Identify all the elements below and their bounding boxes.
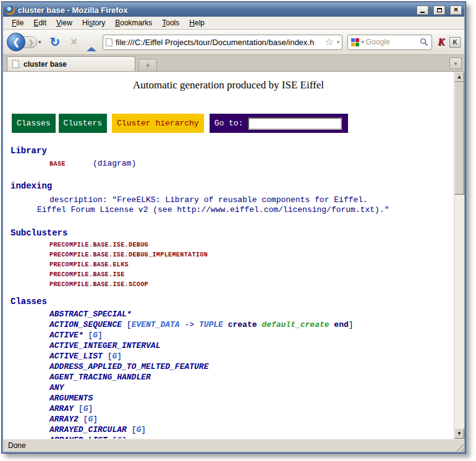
scrollbar-thumb[interactable]	[454, 82, 464, 195]
address-bar[interactable]: file:///C:/Eiffel Projects/tour/Document…	[103, 35, 342, 50]
resize-grip-icon[interactable]	[456, 443, 464, 451]
vertical-scrollbar[interactable]: ▲ ▼	[454, 72, 464, 439]
forward-icon: ❯	[28, 38, 33, 46]
navigation-toolbar: ❮ ❯ ▾ ↻ ✕ file:///C:/Eiffel Projects/tou…	[3, 30, 464, 55]
search-magnifier-icon[interactable]	[420, 38, 428, 46]
class-entry: ACTIVE_LIST [G]	[49, 351, 454, 362]
title-bar: cluster base - Mozilla Firefox ✕	[3, 3, 464, 17]
menu-item-edit[interactable]: Edit	[28, 17, 51, 29]
code-text: default_create	[261, 320, 329, 329]
class-entry: ACTIVE_INTEGER_INTERVAL	[49, 340, 454, 351]
library-entry: BASE (diagram)	[49, 159, 454, 168]
google-icon	[351, 38, 359, 46]
menu-item-bookmarks[interactable]: Bookmarks	[110, 17, 157, 29]
refresh-button[interactable]: ↻	[50, 36, 61, 48]
firefox-icon	[6, 6, 15, 15]
minimize-button[interactable]	[417, 6, 428, 15]
k-toolbar-button[interactable]: K	[449, 37, 461, 48]
classes-heading: Classes	[11, 297, 454, 307]
cluster-hierarchy-button[interactable]: Cluster hierarchy	[112, 114, 204, 133]
url-text[interactable]: file:///C:/Eiffel Projects/tour/Document…	[116, 38, 322, 47]
code-text: ]	[117, 352, 122, 361]
subcluster-link[interactable]: PRECOMPILE.BASE.ISE.DEBUG	[49, 240, 454, 250]
stop-button[interactable]: ✕	[70, 36, 78, 48]
kaspersky-icon[interactable]: K	[438, 36, 444, 48]
diagram-link[interactable]: (diagram)	[93, 159, 136, 168]
window-title: cluster base - Mozilla Firefox	[18, 6, 412, 15]
class-link[interactable]: ABSTRACT_SPECIAL*	[49, 310, 132, 319]
indexing-description: description: "FreeELKS: Library of reusa…	[3, 195, 454, 215]
code-text: [	[79, 415, 88, 424]
search-box[interactable]: ▾ Google	[347, 35, 432, 50]
classes-list: ABSTRACT_SPECIAL*ACTION_SEQUENCE [EVENT_…	[49, 309, 454, 439]
code-text: ]	[88, 404, 93, 413]
refresh-icon: ↻	[50, 35, 61, 49]
code-text: ]	[93, 415, 98, 424]
subclusters-heading: Subclusters	[11, 228, 454, 238]
class-entry: ARGUMENTS	[49, 393, 454, 404]
generic-param-link[interactable]: EVENT_DATA	[132, 320, 180, 329]
class-link[interactable]: ACTIVE_INTEGER_INTERVAL	[49, 341, 160, 350]
class-link[interactable]: ACTIVE_LIST	[49, 352, 103, 361]
new-tab-button[interactable]: +	[138, 59, 157, 71]
classes-button[interactable]: Classes	[12, 114, 56, 133]
menu-item-help[interactable]: Help	[184, 17, 210, 29]
stop-icon: ✕	[70, 36, 78, 47]
code-text: [	[127, 425, 137, 434]
class-link[interactable]: ARRAY	[49, 404, 74, 413]
history-dropdown[interactable]: ▾	[38, 39, 41, 45]
bookmark-star-icon[interactable]: ☆	[325, 37, 333, 47]
home-icon	[87, 36, 96, 51]
class-link[interactable]: ARRAYED_CIRCULAR	[49, 425, 127, 434]
library-name-link[interactable]: BASE	[49, 161, 93, 167]
site-favicon	[106, 38, 113, 46]
code-text: ]	[98, 331, 103, 340]
library-heading: Library	[11, 146, 454, 156]
class-link[interactable]: ACTIVE*	[49, 331, 83, 340]
class-link[interactable]: ANY	[49, 383, 64, 392]
clusters-button[interactable]: Clusters	[59, 114, 107, 133]
menu-item-view[interactable]: View	[51, 17, 77, 29]
search-engine-dropdown[interactable]: ▾	[361, 39, 364, 45]
subclusters-list: PRECOMPILE.BASE.ISE.DEBUGPRECOMPILE.BASE…	[49, 240, 454, 290]
home-button[interactable]	[87, 36, 96, 48]
class-entry: ACTIVE* [G]	[49, 330, 454, 340]
menu-item-file[interactable]: File	[7, 17, 28, 29]
description-line: description: "FreeELKS: Library of reusa…	[49, 195, 454, 205]
list-all-tabs-button[interactable]: ▾	[449, 57, 462, 69]
generic-param-link[interactable]: TUPLE	[199, 320, 223, 329]
maximize-button[interactable]	[433, 6, 445, 15]
menu-bar: FileEditViewHistoryBookmarksToolsHelp	[3, 17, 464, 30]
scroll-up-button[interactable]: ▲	[454, 72, 464, 82]
goto-input[interactable]	[248, 117, 342, 130]
url-dropdown[interactable]: ▾	[337, 39, 340, 45]
description-line: Eiffel Forum License v2 (see http://www.…	[37, 205, 454, 215]
subcluster-link[interactable]: PRECOMPILE.BASE.ISE.DEBUG_IMPLEMENTATION	[49, 250, 454, 260]
class-link[interactable]: ACTION_SEQUENCE	[49, 320, 122, 329]
menu-item-tools[interactable]: Tools	[157, 17, 184, 29]
generic-param-link[interactable]: G	[93, 331, 98, 340]
back-icon: ❮	[12, 37, 20, 47]
class-link[interactable]: ARGUMENTS	[49, 394, 93, 403]
close-button[interactable]: ✕	[450, 6, 462, 15]
code-text: ]	[141, 425, 146, 434]
subcluster-link[interactable]: PRECOMPILE.BASE.ELKS	[49, 260, 454, 270]
search-input[interactable]: Google	[366, 38, 418, 46]
scroll-down-button[interactable]: ▼	[454, 428, 464, 439]
menu-item-history[interactable]: History	[77, 17, 110, 29]
class-link[interactable]: ADDRESS_APPLIED_TO_MELTED_FEATURE	[49, 362, 208, 371]
indexing-heading: indexing	[11, 181, 454, 191]
subcluster-link[interactable]: PRECOMPILE.BASE.ISE	[49, 270, 454, 280]
class-link[interactable]: ARRAY2	[49, 415, 79, 424]
class-entry: ABSTRACT_SPECIAL*	[49, 309, 454, 319]
back-button[interactable]: ❮	[7, 33, 25, 51]
subcluster-link[interactable]: PRECOMPILE.BASE.ISE.SCOOP	[49, 280, 454, 290]
scrollbar-track[interactable]	[454, 195, 464, 428]
close-icon: ✕	[453, 7, 458, 13]
browser-window: cluster base - Mozilla Firefox ✕ FileEdi…	[1, 1, 466, 454]
code-text: [	[83, 331, 93, 340]
doc-nav-buttons: Classes Clusters Cluster hierarchy Go to…	[12, 114, 454, 133]
tab-cluster-base[interactable]: cluster base	[7, 56, 135, 71]
code-text: ->	[180, 320, 199, 329]
class-link[interactable]: AGENT_TRACING_HANDLER	[49, 373, 151, 382]
